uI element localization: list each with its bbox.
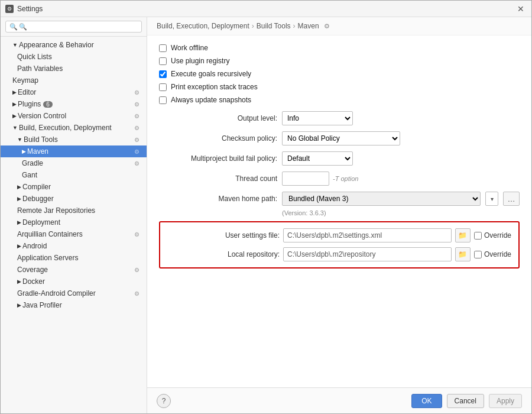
- sidebar-item-java-profiler[interactable]: ▶ Java Profiler: [1, 299, 147, 311]
- gear-icon: ⚙: [134, 148, 140, 155]
- sidebar-item-plugins-label: Plugins: [18, 100, 41, 108]
- sidebar-item-editor[interactable]: ▶ Editor ⚙: [1, 86, 147, 98]
- ok-button[interactable]: OK: [411, 394, 442, 408]
- expand-icon: ▶: [12, 113, 17, 119]
- sidebar-gradle-row: Gradle ⚙: [22, 159, 140, 167]
- sidebar-item-bt-label: Build Tools: [24, 135, 58, 144]
- output-level-wrap: Info Debug Warn Error: [282, 111, 520, 125]
- output-level-select[interactable]: Info Debug Warn Error: [282, 111, 353, 125]
- sidebar-item-docker[interactable]: ▶ Docker: [1, 276, 147, 287]
- gear-icon: ⚙: [134, 125, 140, 131]
- maven-home-dropdown-btn[interactable]: ▾: [485, 192, 498, 206]
- user-settings-input[interactable]: [283, 228, 452, 242]
- cancel-button[interactable]: Cancel: [447, 394, 484, 408]
- user-settings-override-checkbox[interactable]: [474, 232, 482, 240]
- expand-icon: ▶: [17, 243, 21, 249]
- title-bar-left: ⚙ Settings: [5, 5, 43, 13]
- sidebar-item-build-tools[interactable]: ▼ Build Tools ⚙: [1, 134, 147, 145]
- sidebar-item-arquillian[interactable]: Arquillian Containers ⚙: [1, 228, 147, 240]
- expand-icon: ▼: [12, 42, 18, 48]
- always-update-checkbox[interactable]: [159, 96, 167, 104]
- execute-goals-label[interactable]: Execute goals recursively: [171, 70, 251, 78]
- sidebar-item-coverage[interactable]: Coverage ⚙: [1, 264, 147, 276]
- sidebar-item-debugger[interactable]: ▶ Debugger: [1, 193, 147, 205]
- thread-count-input[interactable]: [282, 172, 329, 186]
- sidebar-arquillian-row: Arquillian Containers ⚙: [17, 230, 140, 238]
- sidebar-item-docker-label: Docker: [22, 277, 45, 286]
- execute-goals-checkbox[interactable]: [159, 70, 167, 78]
- sidebar-item-path-variables[interactable]: Path Variables: [1, 63, 147, 75]
- bottom-bar: ? OK Cancel Apply: [147, 387, 531, 413]
- thread-count-wrap: -T option: [282, 172, 520, 186]
- settings-content: Work offline Use plugin registry Execute…: [147, 35, 531, 387]
- local-repo-override-label[interactable]: Override: [484, 250, 511, 258]
- sidebar-item-keymap[interactable]: Keymap: [1, 75, 147, 86]
- sidebar-compiler-row: ▶ Compiler: [17, 183, 140, 191]
- checksum-policy-select[interactable]: No Global Policy Fail Warn Ignore: [282, 131, 400, 145]
- sidebar-item-gradle-label: Gradle: [22, 159, 43, 167]
- sidebar-item-editor-label: Editor: [18, 88, 36, 96]
- gear-icon: ⚙: [134, 113, 140, 119]
- breadcrumb-part-1: Build, Execution, Deployment: [157, 22, 249, 30]
- expand-icon: ▶: [12, 101, 17, 107]
- breadcrumb-settings-icon: ⚙: [324, 22, 330, 30]
- gear-icon: ⚙: [134, 160, 140, 167]
- sidebar-item-maven[interactable]: ▶ Maven ⚙: [1, 145, 147, 157]
- sidebar-item-build-exec-deploy[interactable]: ▼ Build, Execution, Deployment ⚙: [1, 122, 147, 134]
- local-repo-override-checkbox[interactable]: [474, 251, 482, 258]
- sidebar-plugins-row: ▶ Plugins 6 ⚙: [12, 100, 140, 108]
- sidebar-docker-row: ▶ Docker: [17, 277, 140, 286]
- maven-home-browse-btn[interactable]: …: [503, 192, 520, 206]
- sidebar-item-gant-label: Gant: [22, 171, 37, 179]
- expand-icon: ▶: [12, 89, 17, 95]
- sidebar-item-arquillian-label: Arquillian Containers: [17, 230, 83, 238]
- sidebar-item-version-control[interactable]: ▶ Version Control ⚙: [1, 110, 147, 122]
- local-repo-browse-btn[interactable]: 📁: [455, 247, 471, 261]
- sidebar-item-gant[interactable]: Gant: [1, 169, 147, 181]
- sidebar-item-gradle-android[interactable]: Gradle-Android Compiler ⚙: [1, 287, 147, 299]
- use-plugin-registry-checkbox[interactable]: [159, 57, 167, 65]
- help-button[interactable]: ?: [157, 394, 171, 408]
- thread-count-label: Thread count: [159, 174, 277, 183]
- print-exception-checkbox[interactable]: [159, 83, 167, 91]
- sidebar-item-gradle[interactable]: Gradle ⚙: [1, 157, 147, 169]
- multiproject-policy-select[interactable]: Default Fail at End Never Fail Fail Fast: [282, 151, 353, 166]
- user-settings-browse-btn[interactable]: 📁: [455, 228, 471, 242]
- checkbox-execute-goals: Execute goals recursively: [159, 70, 520, 78]
- sidebar-item-android[interactable]: ▶ Android: [1, 240, 147, 252]
- print-exception-label[interactable]: Print exception stack traces: [171, 83, 258, 91]
- maven-home-select[interactable]: Bundled (Maven 3): [282, 192, 481, 206]
- sidebar-item-appearance[interactable]: ▼ Appearance & Behavior: [1, 39, 147, 51]
- sidebar-item-remote-jar-label: Remote Jar Repositories: [17, 206, 95, 215]
- use-plugin-registry-label[interactable]: Use plugin registry: [171, 57, 229, 65]
- search-icon: 🔍: [9, 23, 18, 31]
- close-button[interactable]: ✕: [515, 4, 527, 14]
- always-update-label[interactable]: Always update snapshots: [171, 96, 251, 104]
- search-input[interactable]: [5, 21, 142, 33]
- sidebar-item-app-servers[interactable]: Application Servers: [1, 252, 147, 264]
- local-repo-input[interactable]: [283, 247, 452, 261]
- work-offline-label[interactable]: Work offline: [171, 44, 208, 52]
- sidebar-maven-row: ▶ Maven ⚙: [22, 147, 140, 156]
- apply-button[interactable]: Apply: [489, 394, 522, 408]
- user-settings-label: User settings file:: [167, 231, 280, 240]
- sidebar-item-compiler[interactable]: ▶ Compiler: [1, 181, 147, 193]
- breadcrumb-sep-2: ›: [293, 22, 296, 30]
- title-bar: ⚙ Settings ✕: [1, 1, 531, 17]
- expand-icon: ▶: [17, 196, 21, 202]
- window-title: Settings: [17, 5, 43, 13]
- sidebar-item-vc-label: Version Control: [18, 112, 66, 120]
- user-settings-override-label[interactable]: Override: [484, 231, 511, 240]
- sidebar-item-plugins[interactable]: ▶ Plugins 6 ⚙: [1, 98, 147, 110]
- expand-icon: ▶: [17, 219, 21, 225]
- sidebar-debugger-row: ▶ Debugger: [17, 195, 140, 203]
- sidebar-item-gradle-android-label: Gradle-Android Compiler: [17, 289, 96, 297]
- work-offline-checkbox[interactable]: [159, 44, 167, 52]
- breadcrumb-part-2: Build Tools: [257, 22, 291, 30]
- expand-icon: ▶: [17, 184, 21, 190]
- sidebar-item-remote-jar[interactable]: Remote Jar Repositories: [1, 205, 147, 216]
- sidebar-vc-row: ▶ Version Control ⚙: [12, 112, 140, 120]
- sidebar-item-quick-lists[interactable]: Quick Lists: [1, 51, 147, 63]
- sidebar-item-deployment[interactable]: ▶ Deployment: [1, 216, 147, 228]
- thread-count-hint: -T option: [333, 175, 358, 182]
